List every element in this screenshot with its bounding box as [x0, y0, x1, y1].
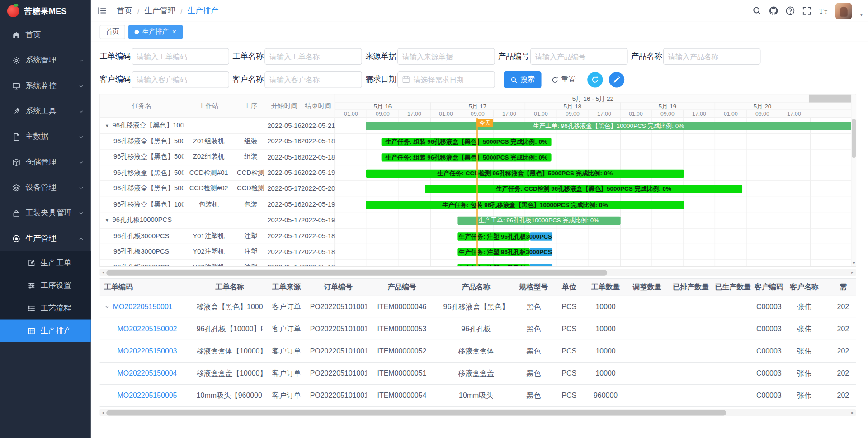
cell-source: 客户订单: [263, 391, 310, 400]
sidebar-item-system-mgmt[interactable]: 系统管理: [0, 47, 91, 73]
gantt-task-bar[interactable]: 生产任务: 组装 96孔移液盒【黑色】5000PCS 完成比例: 0%: [382, 137, 552, 146]
table-horizontal-scrollbar[interactable]: ◄ ►: [99, 409, 856, 416]
gantt-order-bar[interactable]: 生产工单: 96孔孔板10000PCS 完成比例: 0%: [457, 217, 620, 225]
customer-code-input[interactable]: [132, 71, 229, 88]
workorder-link[interactable]: MO202205150001: [113, 303, 173, 311]
gantt-task-bar[interactable]: 生产任务: 包装 96孔移液盒【黑色】10000PCS 完成比例: 0%: [366, 201, 684, 209]
gantt-column-header: 工序: [234, 101, 267, 111]
sidebar-item-label: 生产管理: [25, 234, 57, 244]
sliders-icon: [28, 282, 35, 289]
refresh-button[interactable]: [587, 72, 603, 87]
sidebar-item-equipment-mgmt[interactable]: 设备管理: [0, 175, 91, 200]
scrollbar-thumb[interactable]: [852, 119, 856, 158]
gantt-task-row[interactable]: 96孔移液盒【黑色】5000PCSZ02组装机组装2022-05-162022-…: [100, 150, 335, 165]
sidebar-item-warehouse-mgmt[interactable]: 仓储管理: [0, 150, 91, 175]
product-no-input[interactable]: [530, 48, 628, 65]
gantt-days-row: 5月 165月 175月 185月 195月 20: [335, 103, 851, 110]
search-button[interactable]: 搜索: [504, 71, 541, 88]
sidebar-subitem-process-flow[interactable]: 工艺流程: [0, 297, 91, 319]
gantt-task-row[interactable]: 96孔移液盒【黑色】10000PCS包装机包装2022-05-162022-05…: [100, 197, 335, 212]
gantt-task-row[interactable]: 96孔孔板3000PCSY03注塑机注塑2022-05-172022-05-18: [100, 260, 335, 266]
workorder-link[interactable]: MO202205150004: [118, 369, 177, 377]
collapse-arrow-icon[interactable]: ▼: [104, 123, 109, 128]
sidebar-subitem-production-workorder[interactable]: 生产工单: [0, 251, 91, 274]
expand-row-icon[interactable]: [104, 304, 110, 310]
sidebar-item-fixture-mgmt[interactable]: 工装夹具管理: [0, 200, 91, 226]
task-bar-label: 生产任务: CCD检测 96孔移液盒【黑色】5000PCS 完成比例: 0%: [366, 169, 684, 177]
gantt-order-bar[interactable]: 生产工单: 96孔移液盒【黑色】10000PCS 完成比例: 0%: [366, 122, 851, 130]
gantt-task-row[interactable]: 96孔孔板3000PCSY01注塑机注塑2022-05-172022-05-18: [100, 228, 335, 244]
search-icon[interactable]: [752, 6, 762, 15]
breadcrumb-item[interactable]: 生产管理: [144, 6, 175, 16]
user-avatar[interactable]: [835, 3, 852, 19]
sidebar-subitem-process-settings[interactable]: 工序设置: [0, 274, 91, 297]
gantt-horizontal-scrollbar[interactable]: ◄ ►: [99, 269, 856, 276]
gantt-hour-label: 09:00: [651, 110, 683, 118]
scrollbar-thumb[interactable]: [106, 270, 607, 275]
help-icon[interactable]: [786, 6, 795, 15]
gantt-column-header: 工作站: [183, 101, 234, 111]
source-doc-input[interactable]: [397, 48, 495, 65]
scroll-down-arrow-icon[interactable]: ▼: [851, 261, 856, 265]
gantt-task-row[interactable]: 96孔移液盒【黑色】5000PCSCCD检测#02CCD检测2022-05-17…: [100, 181, 335, 197]
gantt-task-row[interactable]: ▼96孔孔板10000PCS2022-05-172022-05-19: [100, 212, 335, 228]
task-name: 96孔移液盒【黑色】10000PCS: [112, 121, 183, 130]
gantt-task-row[interactable]: 96孔移液盒【黑色】5000PCSZ01组装机组装2022-05-162022-…: [100, 134, 335, 150]
github-icon[interactable]: [769, 6, 778, 15]
gantt-task-row[interactable]: ▼96孔移液盒【黑色】10000PCS2022-05-162022-05-21: [100, 118, 335, 134]
gantt-row: 生产工单: 96孔移液盒【黑色】10000PCS 完成比例: 0%: [335, 118, 851, 134]
scroll-right-arrow-icon[interactable]: ►: [849, 269, 856, 276]
tab-home[interactable]: 首页: [99, 24, 125, 39]
workorder-link[interactable]: MO202205150002: [118, 325, 177, 333]
app-logo[interactable]: 苦糖果MES: [0, 0, 91, 22]
scroll-right-arrow-icon[interactable]: ►: [849, 409, 856, 416]
breadcrumb-item: 生产排产: [188, 6, 219, 16]
gantt-task-bar[interactable]: 生产任务: CCD检测 96孔移液盒【黑色】5000PCS 完成比例: 0%: [366, 169, 684, 177]
sidebar-fold-icon[interactable]: [98, 6, 107, 15]
font-size-icon[interactable]: TT: [819, 6, 828, 15]
navbar-actions: TT ▼: [752, 3, 863, 19]
gantt-vertical-scrollbar[interactable]: ▼: [851, 94, 856, 266]
gantt-hour-label: 17:00: [588, 110, 620, 118]
sidebar-item-system-monitor[interactable]: 系统监控: [0, 73, 91, 99]
order-row[interactable]: MO20220515000510mm吸头【960000】PCS客户订单PO202…: [99, 385, 856, 407]
gantt-task-row[interactable]: 96孔孔板3000PCSY02注塑机注塑2022-05-172022-05-18: [100, 244, 335, 260]
workorder-code-input[interactable]: [132, 48, 229, 65]
filter-row-2: 客户编码客户名称需求日期 搜索 重置: [99, 71, 856, 89]
fullscreen-icon[interactable]: [802, 6, 811, 15]
workorder-name-input[interactable]: [264, 48, 362, 65]
lock-icon: [12, 209, 20, 217]
scroll-left-arrow-icon[interactable]: ◄: [99, 269, 106, 276]
sidebar-item-production-mgmt[interactable]: 生产管理: [0, 226, 91, 251]
product-name-input[interactable]: [663, 48, 761, 65]
task-process: CCD检测: [234, 184, 267, 193]
gantt-task-bar[interactable]: 生产任务: 组装 96孔移液盒【黑色】5000PCS 完成比例: 0%: [382, 153, 552, 161]
sidebar-item-system-tools[interactable]: 系统工具: [0, 99, 91, 124]
workorder-link[interactable]: MO202205150003: [118, 347, 177, 355]
avatar-dropdown-caret-icon[interactable]: ▼: [859, 12, 864, 17]
tab-close-icon[interactable]: ×: [172, 28, 176, 35]
order-row[interactable]: MO20220515000296孔孔板【10000】PCS客户订单PO20220…: [99, 318, 856, 340]
order-row[interactable]: MO202205150001移液盒【黑色】10000个客户订单PO2022051…: [99, 296, 856, 318]
gantt-range-label: 5月 16 - 5月 22: [335, 94, 851, 102]
customer-name-input[interactable]: [264, 71, 362, 88]
reset-button[interactable]: 重置: [546, 71, 581, 88]
order-row[interactable]: MO202205150004移液盒盒盖【10000】PCS客户订单PO20220…: [99, 363, 856, 385]
tab-production-scheduling[interactable]: 生产排产×: [128, 24, 183, 39]
workorder-link[interactable]: MO202205150005: [118, 391, 177, 400]
cell-source: 客户订单: [263, 324, 310, 334]
gantt-task-bar[interactable]: 生产任务: CCD检测 96孔移液盒【黑色】5000PCS 完成比例: 0%: [425, 185, 742, 193]
breadcrumb-item[interactable]: 首页: [117, 6, 132, 16]
order-row[interactable]: MO202205150003移液盒盒体【10000】PCS客户订单PO20220…: [99, 340, 856, 363]
scrollbar-thumb[interactable]: [106, 410, 726, 415]
sidebar-item-home[interactable]: 首页: [0, 22, 91, 47]
sidebar-item-master-data[interactable]: 主数据: [0, 124, 91, 149]
scroll-left-arrow-icon[interactable]: ◄: [99, 409, 106, 416]
gantt-task-row[interactable]: 96孔移液盒【黑色】5000PCSCCD检测#01CCD检测2022-05-16…: [100, 165, 335, 181]
collapse-arrow-icon[interactable]: ▼: [104, 217, 109, 223]
sidebar-subitem-production-scheduling[interactable]: 生产排产: [0, 320, 91, 342]
cell-spec: 黑色: [515, 324, 552, 334]
edit-button[interactable]: [609, 72, 624, 87]
demand-date-input[interactable]: [397, 71, 495, 88]
gantt-body: 生产工单: 96孔移液盒【黑色】10000PCS 完成比例: 0%生产任务: 组…: [335, 118, 851, 266]
